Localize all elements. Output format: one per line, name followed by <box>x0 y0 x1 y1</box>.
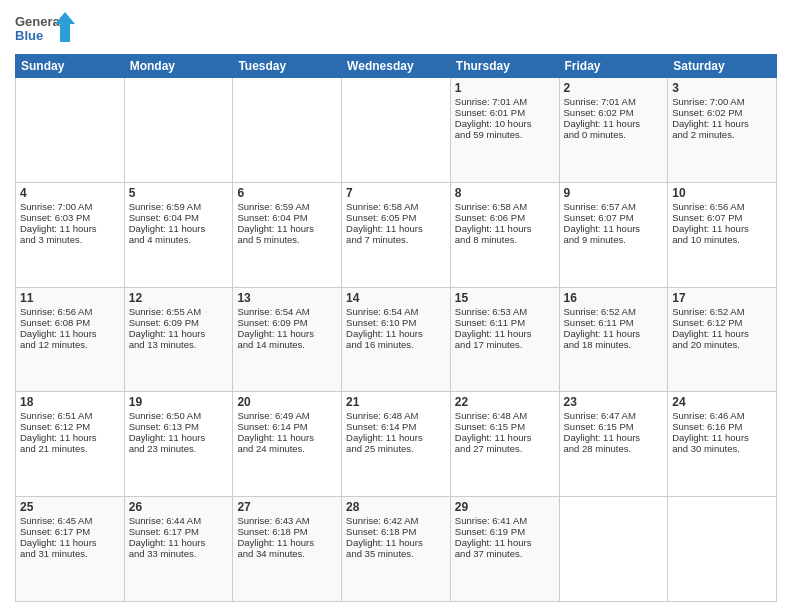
day-info-line: and 34 minutes. <box>237 548 337 559</box>
day-info-line: Sunset: 6:19 PM <box>455 526 555 537</box>
day-number: 25 <box>20 500 120 514</box>
day-info-line: and 23 minutes. <box>129 443 229 454</box>
day-info-line: Daylight: 11 hours <box>129 537 229 548</box>
day-number: 22 <box>455 395 555 409</box>
day-info-line: Sunrise: 6:42 AM <box>346 515 446 526</box>
day-info-line: Daylight: 11 hours <box>20 432 120 443</box>
day-info-line: and 31 minutes. <box>20 548 120 559</box>
day-number: 17 <box>672 291 772 305</box>
day-cell: 18Sunrise: 6:51 AMSunset: 6:12 PMDayligh… <box>16 392 125 497</box>
svg-text:General: General <box>15 14 63 29</box>
day-info-line: Daylight: 11 hours <box>672 328 772 339</box>
day-info-line: and 59 minutes. <box>455 129 555 140</box>
day-info-line: Daylight: 11 hours <box>129 223 229 234</box>
day-cell: 22Sunrise: 6:48 AMSunset: 6:15 PMDayligh… <box>450 392 559 497</box>
day-info-line: and 13 minutes. <box>129 339 229 350</box>
day-info-line: and 20 minutes. <box>672 339 772 350</box>
day-info-line: Sunrise: 6:52 AM <box>564 306 664 317</box>
week-row-2: 4Sunrise: 7:00 AMSunset: 6:03 PMDaylight… <box>16 182 777 287</box>
week-row-3: 11Sunrise: 6:56 AMSunset: 6:08 PMDayligh… <box>16 287 777 392</box>
day-cell: 7Sunrise: 6:58 AMSunset: 6:05 PMDaylight… <box>342 182 451 287</box>
day-info-line: Daylight: 11 hours <box>346 328 446 339</box>
day-cell: 27Sunrise: 6:43 AMSunset: 6:18 PMDayligh… <box>233 497 342 602</box>
day-info-line: Sunrise: 6:50 AM <box>129 410 229 421</box>
day-info-line: Sunrise: 6:57 AM <box>564 201 664 212</box>
day-info-line: and 30 minutes. <box>672 443 772 454</box>
day-number: 28 <box>346 500 446 514</box>
day-info-line: Daylight: 11 hours <box>672 432 772 443</box>
day-info-line: Sunset: 6:04 PM <box>129 212 229 223</box>
day-cell: 24Sunrise: 6:46 AMSunset: 6:16 PMDayligh… <box>668 392 777 497</box>
day-info-line: Daylight: 11 hours <box>672 118 772 129</box>
day-number: 27 <box>237 500 337 514</box>
day-number: 26 <box>129 500 229 514</box>
day-info-line: Sunset: 6:04 PM <box>237 212 337 223</box>
day-number: 4 <box>20 186 120 200</box>
day-cell: 15Sunrise: 6:53 AMSunset: 6:11 PMDayligh… <box>450 287 559 392</box>
header-day-sunday: Sunday <box>16 55 125 78</box>
day-info-line: Daylight: 11 hours <box>129 328 229 339</box>
day-info-line: Daylight: 11 hours <box>237 432 337 443</box>
day-info-line: Sunrise: 7:00 AM <box>20 201 120 212</box>
day-cell <box>668 497 777 602</box>
day-info-line: Sunset: 6:11 PM <box>564 317 664 328</box>
page: GeneralBlue SundayMondayTuesdayWednesday… <box>0 0 792 612</box>
day-number: 5 <box>129 186 229 200</box>
day-number: 16 <box>564 291 664 305</box>
week-row-5: 25Sunrise: 6:45 AMSunset: 6:17 PMDayligh… <box>16 497 777 602</box>
day-info-line: and 37 minutes. <box>455 548 555 559</box>
day-cell: 21Sunrise: 6:48 AMSunset: 6:14 PMDayligh… <box>342 392 451 497</box>
day-number: 21 <box>346 395 446 409</box>
day-cell <box>233 78 342 183</box>
day-info-line: Daylight: 11 hours <box>237 328 337 339</box>
day-info-line: and 18 minutes. <box>564 339 664 350</box>
day-info-line: Daylight: 11 hours <box>346 223 446 234</box>
day-info-line: Sunset: 6:14 PM <box>237 421 337 432</box>
day-cell: 2Sunrise: 7:01 AMSunset: 6:02 PMDaylight… <box>559 78 668 183</box>
day-cell: 13Sunrise: 6:54 AMSunset: 6:09 PMDayligh… <box>233 287 342 392</box>
day-info-line: Daylight: 11 hours <box>672 223 772 234</box>
day-info-line: Sunrise: 6:56 AM <box>20 306 120 317</box>
day-info-line: Sunrise: 6:58 AM <box>346 201 446 212</box>
day-cell <box>342 78 451 183</box>
day-cell: 25Sunrise: 6:45 AMSunset: 6:17 PMDayligh… <box>16 497 125 602</box>
day-info-line: Daylight: 10 hours <box>455 118 555 129</box>
day-info-line: and 16 minutes. <box>346 339 446 350</box>
day-info-line: and 14 minutes. <box>237 339 337 350</box>
day-number: 10 <box>672 186 772 200</box>
day-info-line: Sunset: 6:03 PM <box>20 212 120 223</box>
day-number: 23 <box>564 395 664 409</box>
day-info-line: Sunset: 6:08 PM <box>20 317 120 328</box>
day-cell <box>124 78 233 183</box>
day-number: 2 <box>564 81 664 95</box>
day-info-line: Daylight: 11 hours <box>20 537 120 548</box>
day-info-line: Sunset: 6:09 PM <box>129 317 229 328</box>
day-info-line: Sunrise: 6:54 AM <box>237 306 337 317</box>
day-info-line: and 7 minutes. <box>346 234 446 245</box>
day-info-line: Daylight: 11 hours <box>564 223 664 234</box>
day-info-line: and 10 minutes. <box>672 234 772 245</box>
day-cell: 28Sunrise: 6:42 AMSunset: 6:18 PMDayligh… <box>342 497 451 602</box>
day-info-line: Daylight: 11 hours <box>564 328 664 339</box>
day-info-line: Sunset: 6:15 PM <box>455 421 555 432</box>
week-row-4: 18Sunrise: 6:51 AMSunset: 6:12 PMDayligh… <box>16 392 777 497</box>
day-info-line: Sunrise: 6:43 AM <box>237 515 337 526</box>
day-info-line: Sunset: 6:07 PM <box>564 212 664 223</box>
logo-svg: GeneralBlue <box>15 10 75 48</box>
day-info-line: Sunrise: 6:55 AM <box>129 306 229 317</box>
day-cell: 3Sunrise: 7:00 AMSunset: 6:02 PMDaylight… <box>668 78 777 183</box>
day-info-line: and 5 minutes. <box>237 234 337 245</box>
day-info-line: Sunset: 6:13 PM <box>129 421 229 432</box>
day-info-line: and 12 minutes. <box>20 339 120 350</box>
day-info-line: Sunrise: 6:54 AM <box>346 306 446 317</box>
day-number: 18 <box>20 395 120 409</box>
header-day-wednesday: Wednesday <box>342 55 451 78</box>
day-cell: 8Sunrise: 6:58 AMSunset: 6:06 PMDaylight… <box>450 182 559 287</box>
day-cell: 20Sunrise: 6:49 AMSunset: 6:14 PMDayligh… <box>233 392 342 497</box>
header-day-tuesday: Tuesday <box>233 55 342 78</box>
day-info-line: Sunrise: 7:00 AM <box>672 96 772 107</box>
day-info-line: and 25 minutes. <box>346 443 446 454</box>
day-info-line: Sunrise: 6:47 AM <box>564 410 664 421</box>
day-info-line: and 2 minutes. <box>672 129 772 140</box>
day-cell: 10Sunrise: 6:56 AMSunset: 6:07 PMDayligh… <box>668 182 777 287</box>
